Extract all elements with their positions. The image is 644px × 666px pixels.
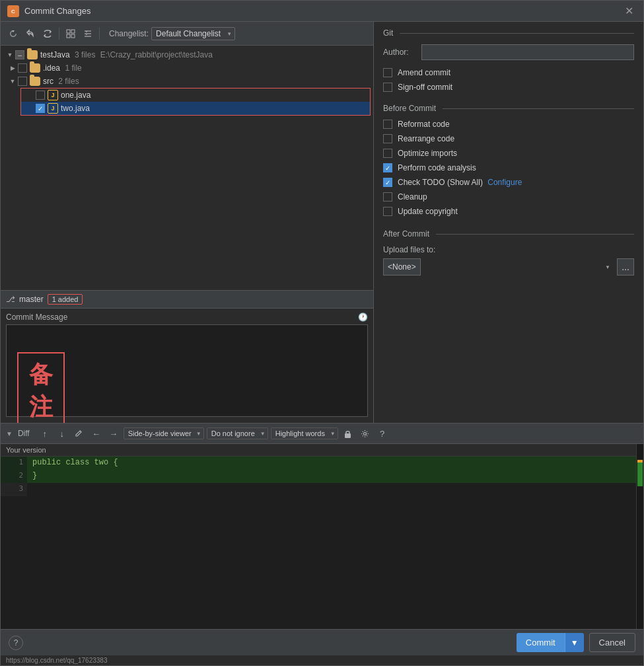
- collapse-button[interactable]: [81, 26, 95, 41]
- ignore-select-wrapper: Do not ignore: [207, 427, 268, 439]
- changelist-select[interactable]: Default Changelist: [151, 27, 235, 40]
- svg-point-14: [364, 432, 367, 435]
- reformat-checkbox[interactable]: [383, 120, 392, 129]
- lock-btn[interactable]: [341, 426, 355, 441]
- line-num-3: 3: [1, 483, 27, 496]
- undo-button[interactable]: [23, 26, 38, 41]
- idea-checkbox[interactable]: [18, 63, 27, 73]
- refresh-button[interactable]: [6, 26, 20, 41]
- update-button[interactable]: [40, 26, 55, 41]
- settings-btn[interactable]: [358, 426, 373, 441]
- upload-browse-button[interactable]: ...: [617, 258, 634, 276]
- before-commit-title: Before Commit: [383, 104, 634, 113]
- idea-toggle[interactable]: ▶: [7, 63, 18, 73]
- one-checkbox[interactable]: [36, 91, 45, 100]
- diff-forward-btn[interactable]: →: [106, 426, 121, 441]
- root-folder-icon: [27, 50, 38, 59]
- copyright-checkbox[interactable]: [383, 207, 392, 216]
- clock-icon[interactable]: 🕐: [358, 313, 368, 322]
- ignore-select[interactable]: Do not ignore: [207, 427, 268, 439]
- git-section-title: Git: [383, 28, 634, 38]
- viewer-select[interactable]: Side-by-side viewer: [124, 427, 204, 439]
- right-panel: Git Author: Amend commit Sign-off commit…: [374, 22, 643, 423]
- diff-edit-btn[interactable]: [72, 426, 87, 441]
- changelist-dropdown[interactable]: Default Changelist: [151, 27, 235, 40]
- expand-button[interactable]: [63, 26, 78, 41]
- tree-src[interactable]: ▼ src 2 files: [1, 75, 373, 88]
- author-label: Author:: [383, 48, 416, 57]
- branch-icon: ⎇: [6, 295, 15, 304]
- cleanup-checkbox[interactable]: [383, 192, 392, 202]
- added-badge: 1 added: [48, 294, 83, 305]
- two-label: two.java: [61, 104, 90, 113]
- tree-two[interactable]: ▶ ✓ J two.java: [21, 102, 370, 115]
- copyright-label: Update copyright: [398, 207, 458, 216]
- cleanup-row: Cleanup: [383, 192, 634, 202]
- line-num-2: 2: [1, 470, 27, 483]
- close-button[interactable]: ✕: [621, 3, 637, 19]
- amend-row: Amend commit: [383, 68, 634, 77]
- svg-rect-3: [67, 30, 70, 33]
- optimize-checkbox[interactable]: [383, 149, 392, 158]
- optimize-label: Optimize imports: [398, 149, 457, 158]
- version-label: Your version: [1, 444, 636, 457]
- separator2: [99, 28, 100, 40]
- rearrange-checkbox[interactable]: [383, 134, 392, 143]
- highlight-select-wrapper: Highlight words: [271, 427, 338, 439]
- analysis-label: Perform code analysis: [398, 163, 476, 172]
- commit-message-input[interactable]: [6, 324, 368, 417]
- titlebar: C Commit Changes ✕: [1, 1, 643, 22]
- todo-label: Check TODO (Show All) Configure: [398, 178, 522, 187]
- commit-button-group: Commit ▼: [517, 633, 584, 652]
- configure-link[interactable]: Configure: [487, 178, 522, 187]
- diff-header: ▼ Diff ↑ ↓ ← → Side-by-side viewer: [1, 424, 643, 444]
- todo-checkbox[interactable]: ✓: [383, 178, 392, 187]
- help-btn[interactable]: ?: [375, 426, 390, 441]
- cleanup-label: Cleanup: [398, 192, 427, 202]
- tree-one[interactable]: ▶ J one.java: [21, 89, 370, 102]
- cancel-button[interactable]: Cancel: [589, 633, 635, 652]
- window-title: Commit Changes: [24, 6, 621, 16]
- diff-line-3: 3: [1, 483, 636, 496]
- diff-code-left[interactable]: 1 public class two { 2 } 3: [1, 457, 636, 629]
- author-input[interactable]: [421, 44, 634, 60]
- root-checkbox[interactable]: –: [15, 50, 24, 59]
- copyright-row: Update copyright: [383, 207, 634, 216]
- amend-label: Amend commit: [398, 68, 450, 77]
- diff-back-btn[interactable]: ←: [89, 426, 104, 441]
- tree-idea[interactable]: ▶ .idea 1 file: [1, 61, 373, 75]
- help-button[interactable]: ?: [9, 636, 23, 650]
- viewer-select-wrapper: Side-by-side viewer: [124, 427, 204, 439]
- src-toggle[interactable]: ▼: [7, 76, 18, 87]
- svg-rect-13: [345, 433, 351, 438]
- two-checkbox[interactable]: ✓: [36, 104, 45, 113]
- signoff-row: Sign-off commit: [383, 83, 634, 92]
- root-label: testJava 3 files E:\Crazy_rabbit\project…: [40, 50, 213, 59]
- commit-button[interactable]: Commit: [517, 633, 565, 652]
- diff-added-indicator: [637, 462, 643, 486]
- src-label: src 2 files: [43, 77, 79, 86]
- diff-down-btn[interactable]: ↓: [55, 426, 69, 441]
- upload-select[interactable]: <None>: [383, 258, 421, 276]
- svg-rect-6: [71, 34, 75, 38]
- tree-root[interactable]: ▼ – testJava 3 files E:\Crazy_rabbit\pro…: [1, 48, 373, 61]
- root-toggle[interactable]: ▼: [5, 50, 15, 60]
- highlight-select[interactable]: Highlight words: [271, 427, 338, 439]
- src-checkbox[interactable]: [18, 77, 27, 86]
- diff-pane-left: Your version 1 public class two { 2 } 3: [1, 444, 637, 629]
- rearrange-row: Rearrange code: [383, 134, 634, 143]
- src-folder-icon: [30, 77, 40, 86]
- app-icon: C: [7, 5, 19, 17]
- bottom-right: Commit ▼ Cancel: [517, 633, 635, 652]
- diff-content: Your version 1 public class two { 2 } 3: [1, 444, 643, 629]
- amend-checkbox[interactable]: [383, 68, 392, 77]
- upload-select-wrapper: <None>: [383, 258, 614, 276]
- upload-row: <None> ...: [383, 258, 634, 276]
- diff-up-btn[interactable]: ↑: [38, 426, 52, 441]
- commit-dropdown-button[interactable]: ▼: [565, 633, 584, 652]
- diff-toggle[interactable]: ▼: [6, 430, 13, 437]
- commit-message-label: Commit Message 🕐: [6, 313, 368, 322]
- analysis-checkbox[interactable]: ✓: [383, 163, 392, 172]
- signoff-checkbox[interactable]: [383, 83, 392, 92]
- two-java-icon: J: [48, 103, 58, 114]
